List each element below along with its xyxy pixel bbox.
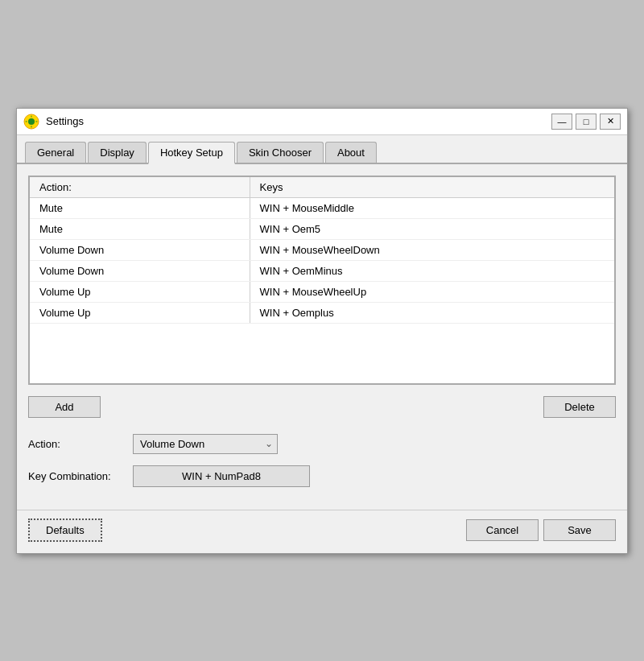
close-button[interactable]: ✕ (600, 114, 621, 130)
maximize-button[interactable]: □ (576, 114, 597, 130)
defaults-button[interactable]: Defaults (28, 518, 102, 542)
action-select-wrapper: MuteVolume DownVolume Up ⌄ (133, 434, 278, 454)
add-delete-row: Add Delete (28, 396, 616, 418)
minimize-button[interactable]: — (551, 114, 572, 130)
settings-window: Settings — □ ✕ General Display Hotkey Se… (16, 108, 628, 554)
hotkey-table-container: Action: Keys MuteWIN + MouseMiddleMuteWI… (28, 176, 616, 385)
tab-content: Action: Keys MuteWIN + MouseMiddleMuteWI… (17, 164, 627, 510)
col-keys-header: Keys (250, 177, 614, 198)
table-row[interactable]: MuteWIN + Oem5 (30, 218, 614, 239)
tab-skin-chooser[interactable]: Skin Chooser (237, 142, 324, 163)
tab-about[interactable]: About (325, 142, 377, 163)
action-select[interactable]: MuteVolume DownVolume Up (133, 434, 278, 454)
save-button[interactable]: Save (543, 519, 616, 541)
action-cell: Volume Down (30, 239, 250, 260)
tab-bar: General Display Hotkey Setup Skin Choose… (17, 135, 627, 164)
col-action-header: Action: (30, 177, 250, 198)
action-cell: Volume Up (30, 281, 250, 302)
key-combination-label: Key Combination: (28, 470, 133, 482)
keys-cell: WIN + Oemplus (250, 302, 614, 323)
action-cell: Volume Down (30, 260, 250, 281)
tab-display[interactable]: Display (88, 142, 147, 163)
title-bar: Settings — □ ✕ (17, 109, 627, 135)
keys-cell: WIN + MouseWheelDown (250, 239, 614, 260)
table-row[interactable]: Volume UpWIN + Oemplus (30, 302, 614, 323)
action-label: Action: (28, 438, 133, 450)
window-controls: — □ ✕ (551, 114, 621, 130)
footer: Defaults Cancel Save (17, 510, 627, 553)
keys-cell: WIN + Oem5 (250, 218, 614, 239)
action-cell: Volume Up (30, 302, 250, 323)
action-cell: Mute (30, 218, 250, 239)
cancel-button[interactable]: Cancel (466, 519, 539, 541)
action-cell: Mute (30, 197, 250, 218)
hotkey-table: Action: Keys MuteWIN + MouseMiddleMuteWI… (30, 177, 614, 324)
add-button[interactable]: Add (28, 396, 101, 418)
keys-cell: WIN + MouseMiddle (250, 197, 614, 218)
tab-general[interactable]: General (25, 142, 86, 163)
key-combination-row: Key Combination: WIN + NumPad8 (28, 465, 616, 487)
table-row[interactable]: Volume UpWIN + MouseWheelUp (30, 281, 614, 302)
footer-right: Cancel Save (466, 519, 616, 541)
table-row[interactable]: Volume DownWIN + OemMinus (30, 260, 614, 281)
window-title: Settings (46, 115, 545, 127)
keys-cell: WIN + MouseWheelUp (250, 281, 614, 302)
table-row[interactable]: Volume DownWIN + MouseWheelDown (30, 239, 614, 260)
action-form-row: Action: MuteVolume DownVolume Up ⌄ (28, 434, 616, 454)
key-combo-display[interactable]: WIN + NumPad8 (133, 465, 310, 487)
keys-cell: WIN + OemMinus (250, 260, 614, 281)
delete-button[interactable]: Delete (543, 396, 616, 418)
svg-point-1 (28, 118, 35, 125)
table-row[interactable]: MuteWIN + MouseMiddle (30, 197, 614, 218)
tab-hotkey-setup[interactable]: Hotkey Setup (148, 142, 235, 164)
app-icon (23, 114, 39, 130)
